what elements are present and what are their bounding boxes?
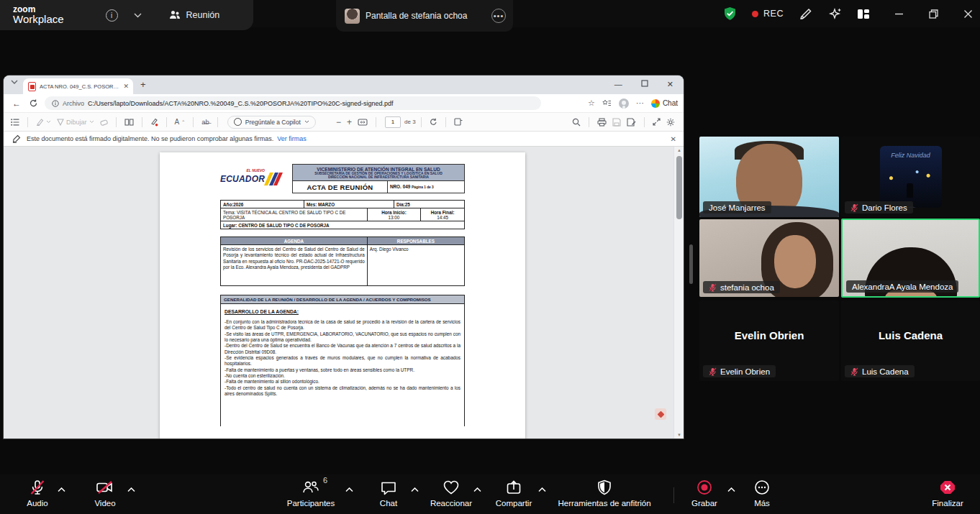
two-page-view-icon[interactable] bbox=[124, 119, 134, 126]
participant-name: AlexandraA Ayala Mendoza bbox=[852, 283, 953, 291]
acta-number: NRO. 049 bbox=[390, 184, 410, 189]
security-shield-icon[interactable] bbox=[723, 6, 737, 21]
save-as-icon[interactable] bbox=[627, 118, 636, 127]
browser-close-icon[interactable]: ✕ bbox=[667, 80, 673, 89]
minimize-icon[interactable] bbox=[894, 9, 904, 19]
agenda-item: -Se evidencia espacios generados a travé… bbox=[224, 355, 460, 367]
more-button[interactable]: Más bbox=[745, 479, 779, 508]
search-icon[interactable] bbox=[572, 118, 581, 127]
text-tools-icon[interactable]: a̶b̶ bbox=[201, 118, 209, 126]
highlighter-icon[interactable] bbox=[36, 118, 51, 126]
tab-screen-share[interactable]: Pantalla de stefania ochoa ••• bbox=[336, 0, 513, 32]
zoom-in-icon[interactable]: + bbox=[347, 117, 352, 127]
page-layout-icon[interactable] bbox=[454, 118, 463, 126]
camera-off-icon bbox=[96, 479, 114, 496]
info-month: Mes: MARZO bbox=[304, 201, 394, 208]
host-shield-icon bbox=[596, 479, 613, 496]
tab-meeting[interactable]: Reunión bbox=[169, 10, 220, 20]
logo-stripes-icon bbox=[267, 173, 280, 185]
close-window-icon[interactable] bbox=[963, 9, 973, 19]
zoom-out-icon[interactable]: − bbox=[336, 117, 341, 127]
audio-button[interactable]: Audio bbox=[16, 479, 59, 508]
recording-indicator[interactable]: REC bbox=[752, 9, 784, 19]
browser-restore-icon[interactable] bbox=[641, 80, 648, 89]
fit-width-icon[interactable] bbox=[358, 119, 368, 126]
host-tools-button[interactable]: Herramientas de anfitrión bbox=[554, 479, 655, 508]
participant-name: Evelin Obrien bbox=[720, 367, 770, 376]
panel-scrollbar[interactable] bbox=[689, 244, 693, 284]
participant-tile[interactable]: Feliz Navidad Dario Flores bbox=[841, 137, 980, 217]
tab-options-icon[interactable]: ••• bbox=[491, 9, 506, 23]
notice-close-icon[interactable]: ✕ bbox=[671, 135, 676, 143]
copilot-chat-label: Chat bbox=[663, 99, 678, 107]
url-field[interactable]: Archivo C:/Users/lapto/Downloads/ACTA%20… bbox=[45, 96, 541, 110]
record-options-chevron[interactable] bbox=[727, 487, 735, 492]
share-button[interactable]: Compartir bbox=[488, 479, 540, 508]
view-layout-icon[interactable] bbox=[858, 9, 869, 19]
browser-minimize-icon[interactable]: — bbox=[614, 80, 622, 89]
ask-copilot-button[interactable]: Pregúntale a Copilot bbox=[227, 116, 316, 129]
participant-tile-active-speaker[interactable]: AlexandraA Ayala Mendoza bbox=[841, 219, 980, 298]
avatar-photo-text: Feliz Navidad bbox=[880, 152, 942, 159]
acta-page-info: Página 1 de 3 bbox=[412, 185, 434, 189]
video-button[interactable]: Video bbox=[83, 479, 127, 508]
react-options-chevron[interactable] bbox=[473, 487, 481, 492]
scrollbar-thumb[interactable] bbox=[676, 156, 682, 219]
scroll-up-icon[interactable]: ▲ bbox=[674, 148, 684, 152]
scroll-down-icon[interactable]: ▼ bbox=[674, 433, 684, 437]
acrobat-icon[interactable] bbox=[655, 408, 666, 420]
participant-tile[interactable]: Luis Cadena Luis Cadena bbox=[841, 300, 980, 381]
share-options-chevron[interactable] bbox=[538, 487, 546, 492]
browser-address-bar: ← Archivo C:/Users/lapto/Downloads/ACTA%… bbox=[4, 94, 684, 112]
new-tab-button[interactable]: + bbox=[140, 79, 146, 90]
bookmark-star-icon[interactable]: ☆ bbox=[588, 98, 595, 108]
page-number-input[interactable]: 1 bbox=[385, 116, 401, 128]
chat-options-chevron[interactable] bbox=[411, 487, 419, 492]
pdf-content-area: EL NUEVO ECUADOR VICEMINISTERIO DE ATENC… bbox=[4, 147, 684, 439]
info-topic: Tema: VISITA TÉCNICA AL CENTRO DE SALUD … bbox=[221, 208, 367, 221]
pdf-scrollbar[interactable]: ▲ ▼ bbox=[673, 147, 684, 439]
refresh-icon[interactable] bbox=[30, 99, 37, 107]
text-highlight-icon[interactable] bbox=[150, 118, 158, 127]
signature-pen-icon bbox=[12, 134, 21, 143]
ai-companion-icon[interactable] bbox=[828, 6, 843, 21]
end-meeting-button[interactable]: Finalizar bbox=[925, 479, 970, 508]
audio-options-chevron[interactable] bbox=[58, 487, 65, 492]
react-button[interactable]: Reaccionar bbox=[423, 479, 479, 508]
chevron-down-icon[interactable] bbox=[134, 13, 142, 18]
browser-profile-icon[interactable] bbox=[619, 98, 629, 109]
tab-close-icon[interactable]: ✕ bbox=[123, 83, 129, 90]
rotate-icon[interactable] bbox=[430, 118, 437, 126]
browser-menu-icon[interactable]: ⋯ bbox=[636, 98, 644, 108]
browser-tab[interactable]: ACTA NRO. 049_C.S. POSORJA TIP ✕ bbox=[23, 78, 133, 94]
chat-button[interactable]: Chat bbox=[368, 479, 409, 508]
video-options-chevron[interactable] bbox=[127, 487, 135, 492]
read-aloud-icon[interactable]: A⌃ bbox=[175, 118, 186, 126]
back-icon[interactable]: ← bbox=[12, 98, 21, 109]
fullscreen-icon[interactable] bbox=[653, 118, 661, 126]
agenda-responsable: Arq. Diego Vivanco bbox=[367, 245, 464, 285]
participants-options-chevron[interactable] bbox=[345, 487, 353, 492]
heart-icon bbox=[442, 479, 460, 496]
favorites-list-icon[interactable] bbox=[602, 99, 612, 107]
settings-gear-icon[interactable] bbox=[666, 118, 675, 127]
print-icon[interactable] bbox=[597, 118, 607, 127]
copilot-chat-button[interactable]: Chat bbox=[651, 99, 678, 108]
ecuador-logo: EL NUEVO ECUADOR bbox=[220, 164, 292, 193]
participants-button[interactable]: 6 Participantes bbox=[281, 479, 341, 508]
eraser-icon[interactable] bbox=[100, 119, 108, 126]
meeting-info-icon[interactable]: i bbox=[106, 9, 118, 22]
participant-tile[interactable]: Evelin Obrien Evelin Obrien bbox=[699, 300, 839, 381]
draw-tool[interactable]: Dibujar bbox=[57, 119, 94, 126]
page-info-icon[interactable] bbox=[52, 100, 59, 107]
participant-tile[interactable]: José Manjarres bbox=[699, 137, 839, 217]
restore-window-icon[interactable] bbox=[929, 9, 938, 19]
view-signatures-link[interactable]: Ver firmas bbox=[277, 135, 307, 142]
tab-search-chevron-icon[interactable] bbox=[11, 80, 18, 85]
toc-icon[interactable] bbox=[11, 119, 19, 126]
annotate-pencil-icon[interactable] bbox=[799, 6, 813, 21]
save-icon[interactable] bbox=[612, 118, 621, 127]
participant-name: José Manjarres bbox=[709, 203, 766, 212]
record-button[interactable]: Grabar bbox=[684, 479, 725, 508]
participant-tile[interactable]: stefania ochoa bbox=[699, 219, 839, 297]
